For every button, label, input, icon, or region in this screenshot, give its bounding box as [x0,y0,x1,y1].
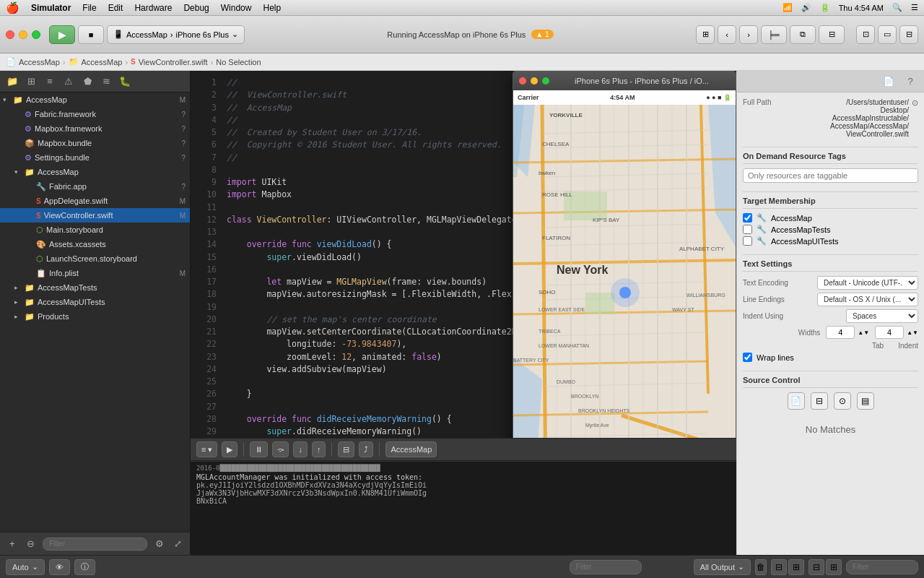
sc-blame-btn[interactable]: ▤ [857,392,874,410]
sidebar-filter-btn[interactable]: ⊖ [25,536,38,552]
tab-width-input[interactable] [826,326,855,339]
sidebar-item-accessmap-group[interactable]: ▾ 📁 AccessMap [0,165,190,179]
indent-width-input[interactable] [875,326,904,339]
sidebar-settings-icon[interactable]: ⚙ [153,536,166,552]
breadcrumb-item-4[interactable]: No Selection [216,58,261,66]
maximize-button[interactable] [32,30,40,39]
framework-icon: ⚙ [25,124,32,134]
indent-select[interactable]: Spaces Tabs [846,309,918,323]
sidebar-warning-icon[interactable]: ⚠ [61,74,77,90]
sidebar-expand-icon[interactable]: ⤢ [172,536,185,552]
trash-btn[interactable]: 🗑 [755,559,767,575]
layout-1[interactable]: ⊟ [808,559,824,575]
debug-toggle[interactable]: ▭ [878,25,897,44]
menu-window[interactable]: Window [221,3,252,13]
minimize-button[interactable] [19,30,27,39]
sidebar-item-settings-bundle[interactable]: ⚙ Settings.bundle ? [0,150,190,165]
wrap-lines-checkbox[interactable] [743,353,752,362]
menu-hardware[interactable]: Hardware [134,3,172,13]
jump-button[interactable]: ≡ ▾ [196,441,217,457]
fullpath-copy-icon[interactable]: ⊙ [912,98,918,108]
sidebar-item-launchscreen[interactable]: ⬡ LaunchScreen.storyboard [0,251,190,266]
sidebar-debug-icon[interactable]: 🐛 [117,74,133,90]
sidebar-thread-icon[interactable]: ≋ [98,74,114,90]
step-out-btn[interactable]: ↑ [312,441,326,457]
navigator-toggle[interactable]: ⊡ [856,25,875,44]
view-mode-2[interactable]: ⊞ [788,559,804,575]
sc-diff-btn[interactable]: ⊟ [811,392,828,410]
add-button[interactable]: + [6,536,19,552]
layout-2[interactable]: ⊞ [826,559,842,575]
all-output-btn[interactable]: All Output ⌄ [694,559,751,575]
stepper-icon[interactable]: ▲▼ [858,329,869,336]
forward-button[interactable]: › [739,25,758,44]
stop-button[interactable]: ■ [78,25,104,44]
sidebar-item-mapbox-bundle[interactable]: 📦 Mapbox.bundle ? [0,136,190,150]
step-into-btn[interactable]: ↓ [293,441,308,457]
sim-maximize[interactable] [542,77,549,85]
apple-logo[interactable]: 🍎 [6,1,19,14]
auto-btn[interactable]: Auto ⌄ [6,559,45,575]
hamburger-icon[interactable]: ☰ [911,3,918,12]
sim-minimize[interactable] [531,77,538,85]
target-tests-checkbox[interactable] [743,225,752,234]
inspector-help-icon[interactable]: ? [902,74,918,90]
pause-btn[interactable]: ⏸ [250,441,268,457]
utilities-toggle[interactable]: ⊟ [899,25,918,44]
menu-debug[interactable]: Debug [183,3,209,13]
stepper-icon-2[interactable]: ▲▼ [907,329,918,336]
breadcrumb-item-1[interactable]: AccessMap [19,58,60,66]
view-mode-1[interactable]: ⊟ [771,559,787,575]
sc-history-btn[interactable]: ⊙ [834,392,851,410]
sidebar-item-main-storyboard[interactable]: ⬡ Main.storyboard [0,223,190,237]
sidebar-item-fabric-app[interactable]: 🔧 Fabric.app ? [0,179,190,194]
line-endings-select[interactable]: Default - OS X / Unix (... [817,293,918,306]
assistant-editor-button[interactable]: ⧉ [790,25,816,44]
scheme-selector[interactable]: 📱 AccessMap › iPhone 6s Plus ⌄ [107,25,245,44]
sidebar-item-viewcontroller[interactable]: S ViewController.swift M [0,208,190,223]
menu-file[interactable]: File [82,3,96,13]
sidebar-folder-icon[interactable]: 📁 [4,74,20,90]
text-encoding-select[interactable]: Default - Unicode (UTF-... [817,276,918,290]
run-button[interactable]: ▶ [49,25,75,44]
sidebar-item-accessmaptests[interactable]: ▸ 📁 AccessMapTests [0,280,190,295]
target-uitests-checkbox[interactable] [743,236,752,246]
editor-view-button[interactable]: ⊞ [696,25,715,44]
debug-play-btn[interactable]: ▶ [222,441,237,457]
sidebar-item-mapbox-framework[interactable]: ⚙ Mapbox.framework ? [0,121,190,136]
breadcrumb-item-3[interactable]: ViewController.swift [139,58,208,66]
sidebar-search-icon[interactable]: ⊞ [23,74,39,90]
console-filter-input[interactable] [846,560,918,574]
bottom-filter-input[interactable] [570,560,642,574]
ondemand-field[interactable] [743,168,918,183]
live-update-btn[interactable]: 👁 [49,559,70,575]
step-over-btn[interactable]: ⤼ [272,441,289,457]
standard-editor-button[interactable]: ╞═ [761,25,787,44]
sidebar-item-info-plist[interactable]: 📋 Info.plist M [0,266,190,280]
sidebar-breakpoint-icon[interactable]: ⬟ [79,74,95,90]
inspector-file-icon[interactable]: 📄 [881,74,897,90]
menu-edit[interactable]: Edit [108,3,123,13]
sidebar-item-assets[interactable]: 🎨 Assets.xcassets [0,237,190,251]
sidebar-item-accessmap-root[interactable]: ▾ 📁 AccessMap M [0,92,190,107]
search-icon[interactable]: 🔍 [892,3,902,12]
close-button[interactable] [6,30,14,39]
share-btn[interactable]: ⤴ [359,441,373,457]
sidebar-item-appdelegate[interactable]: S AppDelegate.swift M [0,194,190,208]
breadcrumb-item-2[interactable]: AccessMap [82,58,123,66]
menu-help[interactable]: Help [263,3,281,13]
code-editor[interactable]: 12345 678910 1112131415 1617181920 21222… [191,71,736,555]
back-button[interactable]: ‹ [718,25,736,44]
sc-file-btn[interactable]: 📄 [788,392,805,410]
version-editor-button[interactable]: ⊟ [819,25,845,44]
sidebar-filter-icon[interactable]: ≡ [42,74,58,90]
sidebar-filter-input[interactable] [43,538,147,551]
sidebar-item-products[interactable]: ▸ 📁 Products [0,309,190,324]
sidebar-item-accessmapuitests[interactable]: ▸ 📁 AccessMapUITests [0,295,190,309]
info-btn[interactable]: ⓘ [74,559,95,575]
sidebar-item-fabric-framework[interactable]: ⚙ Fabric.framework ? [0,107,190,121]
view-toggle-btn[interactable]: ⊟ [338,441,354,457]
target-accessmap-checkbox[interactable] [743,213,752,223]
sim-close[interactable] [519,77,526,85]
menu-simulator[interactable]: Simulator [31,3,71,13]
